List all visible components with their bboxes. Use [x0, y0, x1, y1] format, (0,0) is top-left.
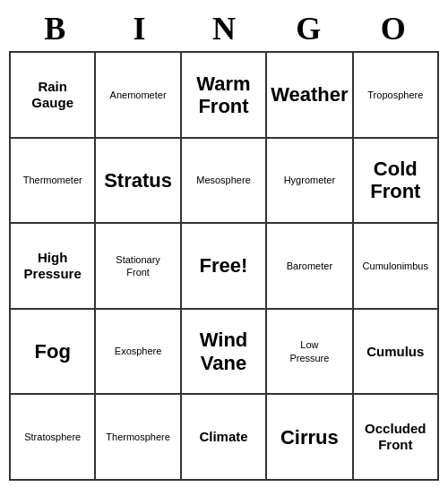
bingo-cell-5[interactable]: Thermometer: [11, 139, 96, 225]
bingo-cell-23[interactable]: Cirrus: [267, 395, 353, 481]
bingo-cell-14[interactable]: Cumulonimbus: [354, 224, 439, 310]
cell-text-13: Barometer: [287, 260, 332, 272]
cell-text-22: Climate: [199, 429, 247, 445]
cell-text-8: Hygrometer: [284, 174, 335, 186]
bingo-cell-3[interactable]: Weather: [267, 53, 353, 139]
letter-b: B: [15, 10, 94, 47]
cell-text-23: Cirrus: [280, 426, 339, 449]
bingo-cell-19[interactable]: Cumulus: [354, 310, 439, 396]
cell-text-4: Troposphere: [367, 89, 423, 101]
cell-text-16: Exosphere: [115, 345, 162, 357]
bingo-cell-8[interactable]: Hygrometer: [267, 139, 353, 225]
bingo-cell-7[interactable]: Mesosphere: [182, 139, 267, 225]
letter-g: G: [269, 10, 348, 47]
bingo-header: B I N G O: [9, 6, 439, 51]
cell-text-1: Anemometer: [110, 89, 167, 101]
cell-text-15: Fog: [35, 340, 71, 363]
cell-text-9: Cold Front: [370, 158, 420, 203]
cell-text-3: Weather: [271, 83, 348, 106]
cell-text-7: Mesosphere: [196, 174, 251, 186]
bingo-cell-10[interactable]: High Pressure: [11, 224, 96, 310]
cell-text-10: High Pressure: [24, 250, 82, 282]
bingo-cell-0[interactable]: Rain Gauge: [11, 53, 96, 139]
bingo-cell-11[interactable]: Stationary Front: [96, 224, 181, 310]
bingo-cell-9[interactable]: Cold Front: [354, 139, 439, 225]
cell-text-5: Thermometer: [23, 174, 82, 186]
cell-text-17: Wind Vane: [200, 329, 248, 374]
bingo-cell-12[interactable]: Free!: [182, 224, 267, 310]
bingo-cell-20[interactable]: Stratosphere: [11, 395, 96, 481]
bingo-cell-21[interactable]: Thermosphere: [96, 395, 181, 481]
cell-text-19: Cumulus: [366, 344, 424, 360]
cell-text-11: Stationary Front: [116, 253, 160, 279]
cell-text-18: Low Pressure: [289, 338, 329, 364]
letter-n: N: [185, 10, 263, 47]
bingo-cell-4[interactable]: Troposphere: [354, 53, 439, 139]
bingo-card: B I N G O Rain GaugeAnemometerWarm Front…: [9, 6, 439, 481]
bingo-cell-13[interactable]: Barometer: [267, 224, 353, 310]
letter-i: I: [100, 10, 179, 47]
cell-text-14: Cumulonimbus: [363, 260, 428, 272]
bingo-cell-1[interactable]: Anemometer: [96, 53, 181, 139]
cell-text-0: Rain Gauge: [31, 79, 73, 111]
bingo-cell-17[interactable]: Wind Vane: [182, 310, 267, 396]
bingo-cell-22[interactable]: Climate: [182, 395, 267, 481]
cell-text-2: Warm Front: [196, 73, 250, 118]
bingo-grid: Rain GaugeAnemometerWarm FrontWeatherTro…: [9, 51, 439, 481]
cell-text-6: Stratus: [104, 169, 172, 192]
letter-o: O: [354, 10, 433, 47]
bingo-cell-2[interactable]: Warm Front: [182, 53, 267, 139]
cell-text-21: Thermosphere: [106, 431, 170, 443]
bingo-cell-18[interactable]: Low Pressure: [267, 310, 353, 396]
bingo-cell-15[interactable]: Fog: [11, 310, 96, 396]
cell-text-20: Stratosphere: [24, 431, 81, 443]
bingo-cell-6[interactable]: Stratus: [96, 139, 181, 225]
cell-text-12: Free!: [200, 254, 248, 277]
bingo-cell-16[interactable]: Exosphere: [96, 310, 181, 396]
cell-text-24: Occluded Front: [365, 421, 426, 453]
bingo-cell-24[interactable]: Occluded Front: [354, 395, 439, 481]
